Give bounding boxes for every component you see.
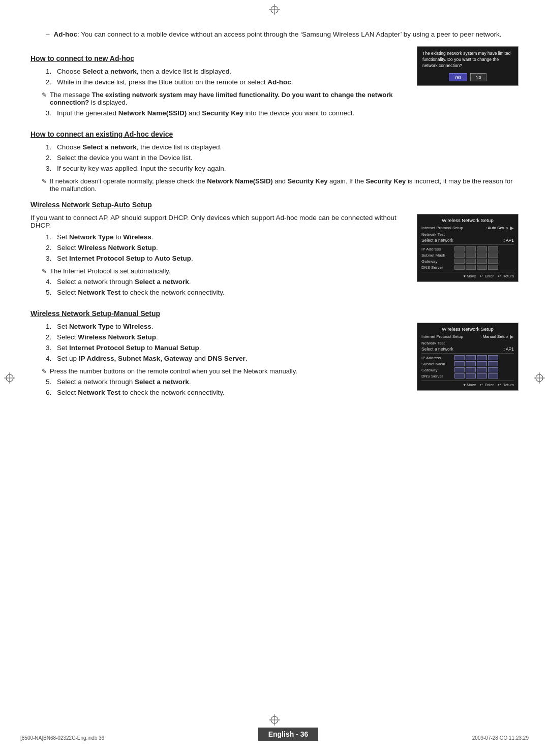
footer-right-text: 2009-07-28 ОО 11:23:29 xyxy=(472,735,529,741)
scr-nav-enter: ↵ Enter xyxy=(480,383,494,387)
dialog-no-button[interactable]: No xyxy=(470,73,487,81)
table-row: 1. Set Network Type to Wireless. xyxy=(46,233,407,241)
bold-network-type: Network Type xyxy=(69,233,114,241)
bold-wireless: Wireless xyxy=(123,233,151,241)
scr-ip-row: IP Address xyxy=(421,246,514,251)
scr-manual-value: : Manual Setup xyxy=(480,334,508,339)
intro-bold-adhoc: Ad-hoc xyxy=(54,30,78,38)
scr-subnet-label: Subnet Mask xyxy=(421,253,454,258)
scr-subnet-row: Subnet Mask xyxy=(421,253,514,258)
section3-note: ✎ The Internet Protocol is set automatic… xyxy=(42,267,407,275)
scr-ips-label: Internet Protocol Setup xyxy=(421,226,463,230)
bold-network-test: Network Test xyxy=(78,289,120,296)
scr-header-row: Internet Protocol Setup : Manual Setup ▶ xyxy=(421,334,514,339)
step-text: If security key was applied, input the s… xyxy=(57,165,518,172)
scr-field xyxy=(488,265,498,270)
scr-nav-return: ↩ Return xyxy=(498,383,514,387)
table-row: 3. Set Internet Protocol Setup to Auto S… xyxy=(46,255,407,262)
scr-field xyxy=(488,253,498,258)
scr-auto-value: : Auto Setup xyxy=(485,226,508,230)
section4-two-col: 1. Set Network Type to Wireless. 2. Sele… xyxy=(30,323,518,401)
section4-heading: Wireless Network Setup-Manual Setup xyxy=(30,309,518,318)
scr-field xyxy=(466,361,476,366)
bold-ip-fields: IP Address, Subnet Mask, Gateway xyxy=(79,355,193,362)
scr-dns-label: DNS Server xyxy=(421,374,454,379)
section1-note: ✎ The message The existing network syste… xyxy=(42,91,407,106)
section2-steps: 1. Choose Select a network, the device l… xyxy=(46,143,518,172)
intro-dash: – xyxy=(46,30,50,38)
step-num: 5. xyxy=(46,289,57,296)
bold-adhoc: Ad-hoc xyxy=(267,78,291,86)
section4-steps-cont: 5. Select a network through Select a net… xyxy=(46,378,407,396)
bold-seckey: Security Key xyxy=(202,109,243,117)
step-text: Select Network Test to check the network… xyxy=(57,389,407,396)
bold-ips: Internet Protocol Setup xyxy=(69,344,145,352)
table-row: 2. Select the device you want in the Dev… xyxy=(46,154,518,162)
scr-field xyxy=(488,355,498,360)
intro-text: Ad-hoc: You can connect to a mobile devi… xyxy=(54,30,502,38)
bold-select-network: Select a network xyxy=(82,68,137,75)
step-text: Select Wireless Network Setup. xyxy=(57,244,407,251)
scr-gateway-row: Gateway xyxy=(421,367,514,372)
scr-dns-fields xyxy=(454,373,498,379)
table-row: 3. Set Internet Protocol Setup to Manual… xyxy=(46,344,407,352)
scr-field xyxy=(477,355,487,360)
step-num: 3. xyxy=(46,344,57,352)
bold-ips: Internet Protocol Setup xyxy=(69,255,145,262)
step-text: Set up IP Address, Subnet Mask, Gateway … xyxy=(57,355,407,362)
scr-select-network-row: Select a network : AP1 xyxy=(421,238,514,243)
scr-field xyxy=(466,367,476,372)
scr-select-network-value: : AP1 xyxy=(504,346,514,352)
scr-nav-enter: ↵ Enter xyxy=(480,274,494,278)
scr-select-network-label: Select a network xyxy=(421,346,453,352)
table-row: 1. Choose Select a network, then a devic… xyxy=(46,68,407,75)
scr-dns-row: DNS Server xyxy=(421,373,514,379)
dialog-yes-button[interactable]: Yes xyxy=(449,73,467,81)
intro-paragraph: – Ad-hoc: You can connect to a mobile de… xyxy=(46,30,518,38)
manual-setup-screenshot: Wireless Network Setup Internet Protocol… xyxy=(417,323,518,391)
step-num: 5. xyxy=(46,378,57,386)
scr-dns-row: DNS Server xyxy=(421,265,514,270)
scr-manual-value-row: : Manual Setup ▶ xyxy=(480,334,514,339)
scr-gateway-label: Gateway xyxy=(421,368,454,372)
scr-field xyxy=(477,253,487,258)
scr-field xyxy=(466,253,476,258)
scr-nav: ♥ Move ↵ Enter ↩ Return xyxy=(421,272,514,278)
step-text: Choose Select a network, the device list… xyxy=(57,143,518,151)
scr-ip-label: IP Address xyxy=(421,247,454,251)
bold-ssid: Network Name(SSID) xyxy=(118,109,187,117)
step-text: Set Network Type to Wireless. xyxy=(57,323,407,330)
step-num: 2. xyxy=(46,154,57,162)
footer: [8500-NA]BN68-02322C-Eng.indb 36 English… xyxy=(0,728,549,741)
scr-select-network-value: : AP1 xyxy=(504,238,514,243)
scr-field xyxy=(466,355,476,360)
step-text: Set Internet Protocol Setup to Auto Setu… xyxy=(57,255,407,262)
table-row: 1. Choose Select a network, the device l… xyxy=(46,143,518,151)
scr-nav-return: ↩ Return xyxy=(498,274,514,278)
note-icon: ✎ xyxy=(42,368,47,375)
step-num: 2. xyxy=(46,78,57,86)
section4-left: 1. Set Network Type to Wireless. 2. Sele… xyxy=(30,323,407,401)
intro-text-after: : You can connect to a mobile device wit… xyxy=(77,30,502,38)
step-num: 4. xyxy=(46,278,57,286)
bold-auto: Auto Setup xyxy=(155,255,191,262)
section3-right: Wireless Network Setup Internet Protocol… xyxy=(417,214,518,287)
section2-heading: How to connect an existing Ad-hoc device xyxy=(30,130,518,138)
section1-heading: How to connect to new Ad-hoc xyxy=(30,54,407,62)
section4-container: Wireless Network Setup-Manual Setup 1. S… xyxy=(30,309,518,401)
step-num: 1. xyxy=(46,143,57,151)
scr-field xyxy=(454,259,465,264)
step-text: Select a network through Select a networ… xyxy=(57,278,407,286)
scr-field xyxy=(488,373,498,379)
scr-ip-label: IP Address xyxy=(421,356,454,360)
scr-field xyxy=(477,373,487,379)
scr-ip-fields xyxy=(454,355,498,360)
scr-select-network-row: Select a network : AP1 xyxy=(421,346,514,352)
table-row: 3. Input the generated Network Name(SSID… xyxy=(46,109,407,117)
section3-steps: 1. Set Network Type to Wireless. 2. Sele… xyxy=(46,233,407,262)
step-text: Set Internet Protocol Setup to Manual Se… xyxy=(57,344,407,352)
step-num: 3. xyxy=(46,109,57,117)
section1-container: How to connect to new Ad-hoc 1. Choose S… xyxy=(30,46,518,122)
bold-seckey: Security Key xyxy=(288,177,328,185)
scr-field xyxy=(466,373,476,379)
